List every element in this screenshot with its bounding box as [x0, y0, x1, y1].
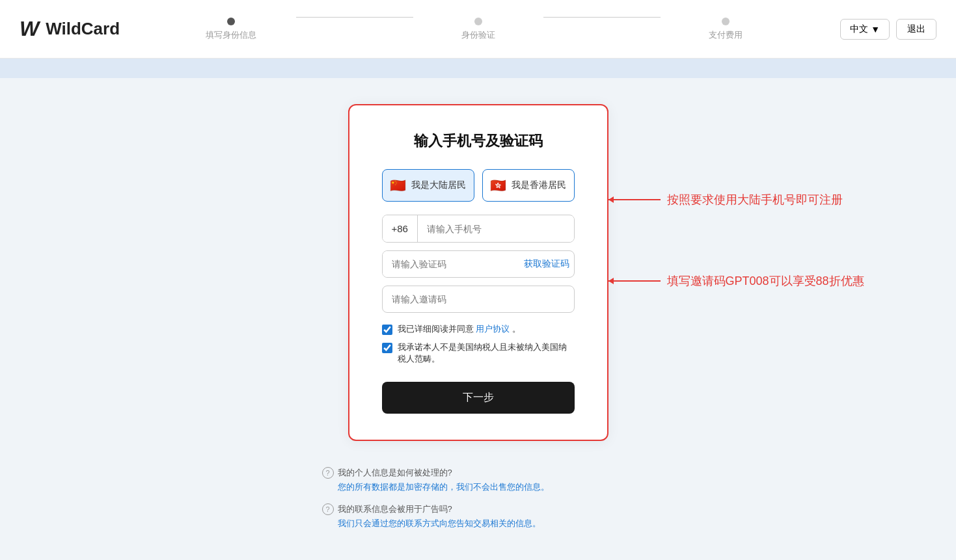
checkbox-agreement: 我已详细阅读并同意 用户协议 。 [382, 323, 575, 335]
step-2-label: 身份验证 [461, 29, 495, 41]
faq-answer-2: 我们只会通过您的联系方式向您告知交易相关的信息。 [322, 518, 635, 529]
invite-input[interactable] [382, 286, 575, 313]
step-3: 支付费用 [661, 18, 791, 41]
logo-w-icon: W [20, 17, 39, 41]
page-wrapper: 输入手机号及验证码 🇨🇳 我是大陆居民 🇭🇰 我是香港居民 +86 获取验证 [0, 78, 956, 467]
phone-prefix: +86 [383, 215, 418, 242]
language-button[interactable]: 中文 ▼ [840, 19, 890, 40]
faq-q1: ? 我的个人信息是如何被处理的? [322, 467, 635, 479]
arrow-1-icon [608, 199, 661, 200]
phone-input-group: +86 [382, 215, 575, 243]
annotation-invite: 填写邀请码GPT008可以享受88折优惠 [608, 273, 864, 289]
logo: W WildCard [20, 17, 120, 41]
header-right: 中文 ▼ 退出 [840, 19, 936, 40]
get-code-button[interactable]: 获取验证码 [515, 258, 575, 270]
step-line-1 [296, 17, 413, 18]
tab-hk-label: 我是香港居民 [512, 180, 566, 191]
exit-button[interactable]: 退出 [896, 19, 936, 40]
annotation-phone-text: 按照要求使用大陆手机号即可注册 [667, 192, 843, 207]
step-3-dot [722, 18, 730, 25]
faq-q2: ? 我的联系信息会被用于广告吗? [322, 503, 635, 515]
checkbox-tax: 我承诺本人不是美国纳税人且未被纳入美国纳税人范畴。 [382, 341, 575, 365]
chevron-down-icon: ▼ [871, 24, 880, 34]
next-button[interactable]: 下一步 [382, 382, 575, 414]
agreement-checkbox[interactable] [382, 325, 392, 335]
tab-hk[interactable]: 🇭🇰 我是香港居民 [482, 169, 575, 202]
header: W WildCard 填写身份信息 身份验证 支付费用 中文 ▼ 退出 [0, 0, 956, 59]
step-1-label: 填写身份信息 [206, 29, 256, 41]
form-title: 输入手机号及验证码 [382, 131, 575, 151]
step-1-dot [227, 18, 235, 25]
faq-icon-1: ? [322, 467, 334, 479]
annotation-phone: 按照要求使用大陆手机号即可注册 [608, 192, 843, 207]
code-input-wrap: 获取验证码 [382, 250, 575, 278]
code-input[interactable] [383, 251, 515, 277]
form-card: 输入手机号及验证码 🇨🇳 我是大陆居民 🇭🇰 我是香港居民 +86 获取验证 [348, 104, 608, 441]
step-2: 身份验证 [413, 18, 543, 41]
bg-band [0, 59, 956, 78]
code-input-group: 获取验证码 [382, 250, 575, 278]
user-agreement-link[interactable]: 用户协议 [476, 324, 510, 334]
flag-hk-icon: 🇭🇰 [490, 178, 506, 193]
phone-input-wrap: +86 [382, 215, 575, 243]
checkbox-group: 我已详细阅读并同意 用户协议 。 我承诺本人不是美国纳税人且未被纳入美国纳税人范… [382, 323, 575, 365]
faq-question-1-text: 我的个人信息是如何被处理的? [338, 467, 452, 479]
step-3-label: 支付费用 [709, 29, 743, 41]
agreement-text: 我已详细阅读并同意 用户协议 。 [398, 323, 521, 335]
faq-answer-1: 您的所有数据都是加密存储的，我们不会出售您的信息。 [322, 481, 635, 493]
arrow-2-icon [608, 280, 661, 282]
faq-icon-2: ? [322, 503, 334, 515]
steps-nav: 填写身份信息 身份验证 支付费用 [166, 18, 791, 41]
faq-item-2: ? 我的联系信息会被用于广告吗? 我们只会通过您的联系方式向您告知交易相关的信息… [322, 503, 635, 529]
step-2-dot [474, 18, 482, 25]
tab-mainland[interactable]: 🇨🇳 我是大陆居民 [382, 169, 474, 202]
invite-input-group [382, 286, 575, 313]
phone-input[interactable] [418, 216, 574, 242]
resident-tabs: 🇨🇳 我是大陆居民 🇭🇰 我是香港居民 [382, 169, 575, 202]
annotation-invite-text: 填写邀请码GPT008可以享受88折优惠 [667, 273, 864, 289]
logo-text: WildCard [46, 19, 120, 39]
faq-question-2-text: 我的联系信息会被用于广告吗? [338, 503, 452, 515]
tax-checkbox[interactable] [382, 343, 392, 353]
tax-text: 我承诺本人不是美国纳税人且未被纳入美国纳税人范畴。 [398, 341, 575, 365]
faq-section: ? 我的个人信息是如何被处理的? 您的所有数据都是加密存储的，我们不会出售您的信… [316, 467, 641, 529]
flag-mainland-icon: 🇨🇳 [390, 178, 406, 193]
language-label: 中文 [850, 23, 868, 35]
step-line-2 [543, 17, 661, 18]
faq-item-1: ? 我的个人信息是如何被处理的? 您的所有数据都是加密存储的，我们不会出售您的信… [322, 467, 635, 493]
tab-mainland-label: 我是大陆居民 [411, 180, 466, 191]
step-1: 填写身份信息 [166, 18, 296, 41]
